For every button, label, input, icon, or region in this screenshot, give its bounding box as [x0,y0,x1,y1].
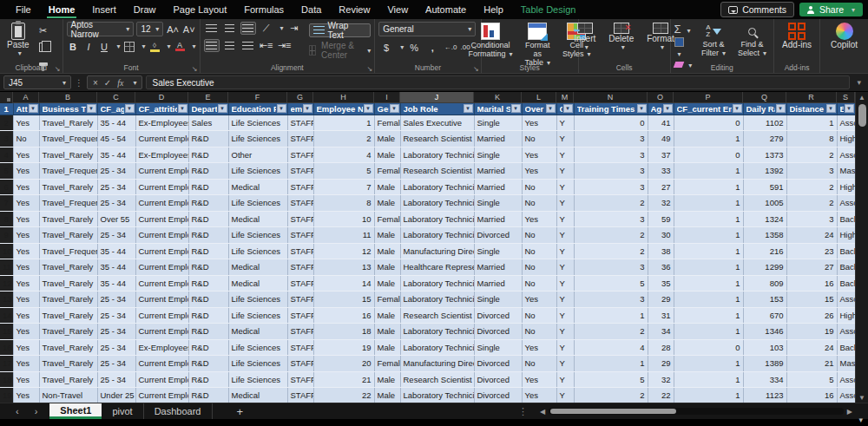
cell[interactable]: 2 [574,388,648,403]
column-header-H[interactable]: H [313,92,374,102]
row-header-8[interactable]: 8 [0,211,13,227]
cell[interactable]: 3 [574,163,648,180]
cell[interactable]: Single [474,339,522,356]
cancel-button[interactable]: × [93,78,98,88]
copilot-button[interactable]: Copilot [824,22,865,50]
table-header-cell[interactable]: Over Time▼ [522,103,556,115]
cell[interactable]: Y [556,324,574,340]
cell[interactable]: Single [474,147,522,163]
cell[interactable]: 20 [313,356,374,372]
align-left-button[interactable] [204,39,220,52]
cell[interactable]: Y [556,243,574,259]
cell[interactable]: Bache [837,339,855,356]
vertical-scrollbar[interactable]: ▲ ▼ [855,92,868,403]
cell[interactable]: Yes [13,356,39,372]
cell[interactable]: Single [474,243,522,259]
cell[interactable]: R&D [188,179,228,195]
cell[interactable]: Life Sciences [228,195,287,212]
font-dialog-launcher[interactable]: ↘ [192,65,198,73]
cell[interactable]: 809 [743,275,786,292]
cell[interactable]: 1102 [743,115,786,131]
cell[interactable]: 3 [574,131,648,147]
cell[interactable]: R&D [188,388,228,403]
column-header-F[interactable]: F [228,92,287,102]
cell[interactable]: 15 [313,292,374,308]
cell[interactable]: R&D [188,356,228,372]
comments-button[interactable]: Comments [720,2,794,17]
cell[interactable]: Yes [13,115,39,131]
cell[interactable]: STAFF-8 [287,227,313,244]
cell[interactable]: 1 [674,163,743,180]
filter-dropdown-icon[interactable]: ▼ [546,104,556,113]
row-header-10[interactable]: 10 [0,243,13,259]
cell[interactable]: 670 [743,307,786,324]
cell[interactable]: R&D [188,324,228,340]
top-align-button[interactable] [204,22,220,35]
collapse-ribbon-button[interactable]: ▾ [858,416,863,424]
cell[interactable]: Travel_Rarely [39,179,97,195]
borders-button[interactable] [123,40,136,53]
cell[interactable]: High S [837,307,855,324]
row-header-18[interactable]: 18 [0,371,13,388]
cell[interactable]: Yes [522,339,556,356]
cell[interactable]: Yes [13,195,39,212]
horizontal-scrollbar[interactable]: ◀ ▶ [540,408,861,416]
cell[interactable]: Yes [13,259,39,276]
cell[interactable]: Current Employees [135,131,188,147]
cell[interactable]: 0 [574,115,648,131]
font-name-combo[interactable]: Aptos Narrow ▾ [67,22,135,36]
cell[interactable]: 25 - 34 [97,292,135,308]
cell[interactable]: Travel_Rarely [39,307,97,324]
cell[interactable]: Manufacturing Director [400,356,474,372]
cell[interactable]: Male [374,131,400,147]
cell[interactable]: Divorced [474,371,522,388]
cell[interactable]: Divorced [474,388,522,403]
cell[interactable]: Medical [228,324,287,340]
cell[interactable]: 13 [313,259,374,276]
cell[interactable]: Yes [13,243,39,259]
cell[interactable]: 3 [574,179,648,195]
cell[interactable]: Laboratory Technician [400,292,474,308]
cell[interactable]: Sales Executive [400,115,474,131]
horizontal-scroll-track[interactable] [549,408,844,415]
column-header-M[interactable]: M [556,92,574,102]
cell[interactable]: Female [374,115,400,131]
cell[interactable]: Over 55 [97,211,135,227]
cell[interactable]: Y [556,275,574,292]
cell[interactable]: Y [556,147,574,163]
cell[interactable]: STAFF-1 [287,115,313,131]
scroll-left-icon[interactable]: ◀ [540,408,545,416]
cell[interactable]: 1 [574,356,648,372]
filter-dropdown-icon[interactable]: ▼ [826,104,836,113]
cell[interactable]: 16 [786,388,837,403]
filter-dropdown-icon[interactable]: ▼ [125,104,135,113]
cell[interactable]: Laboratory Technician [400,388,474,403]
cell[interactable]: 3 [786,211,837,227]
cell[interactable]: Married [474,131,522,147]
cell[interactable]: Current Employees [135,211,188,227]
cell[interactable]: 1 [674,307,743,324]
middle-align-button[interactable] [222,22,238,35]
row-header-7[interactable]: 7 [0,195,13,212]
table-header-cell[interactable]: Attrition▼ [13,103,39,115]
cell[interactable]: Male [374,227,400,244]
cell[interactable]: R&D [188,371,228,388]
cell[interactable]: 1373 [743,147,786,163]
tab-home[interactable]: Home [40,0,84,19]
cell[interactable]: 27 [786,259,837,276]
cell[interactable]: Divorced [474,307,522,324]
cell[interactable]: STAFF-6 [287,195,313,212]
cell[interactable]: 38 [648,243,674,259]
column-header-S[interactable]: S [837,92,855,102]
decrease-indent-button[interactable]: ⇤≡ [259,39,274,52]
cell[interactable]: Y [556,195,574,212]
row-header-11[interactable]: 11 [0,259,13,276]
enter-button[interactable]: ✓ [104,78,111,88]
cell[interactable]: Yes [13,371,39,388]
row-header-2[interactable]: 2 [0,115,13,131]
shrink-font-button[interactable]: A˅ [182,23,196,36]
column-header-R[interactable]: R [786,92,837,102]
column-header-G[interactable]: G [287,92,313,102]
cell[interactable]: Divorced [474,324,522,340]
row-header-9[interactable]: 9 [0,227,13,244]
